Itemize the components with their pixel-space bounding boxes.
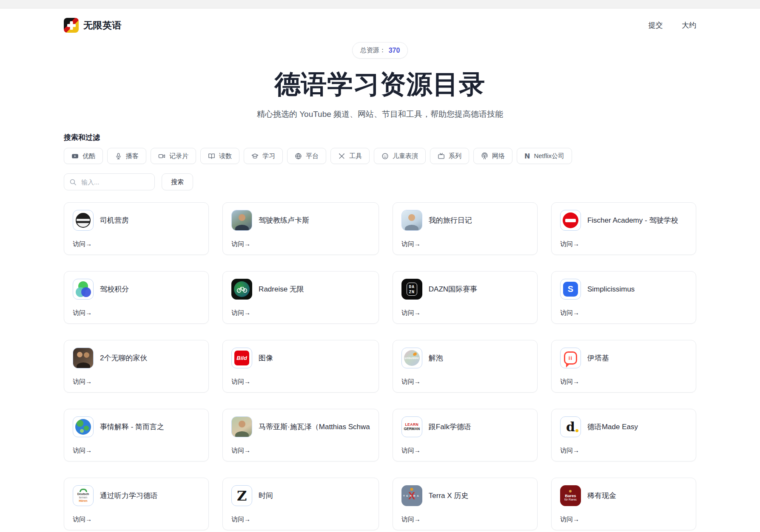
resource-card: Fischer Academy - 驾驶学校 访问→ <box>551 202 696 255</box>
visit-link[interactable]: 访问→ <box>231 309 250 317</box>
visit-link[interactable]: 访问→ <box>231 515 250 524</box>
filter-chips: 优酷 播客 记录片 读数 学习 平台 工具 儿童表演 系列 网络 N Netfl… <box>64 148 696 164</box>
resource-title: Terra X 历史 <box>429 491 469 501</box>
filter-chip-reading[interactable]: 读数 <box>200 148 239 164</box>
broadcast-icon <box>481 153 488 160</box>
filter-chip-netflix[interactable]: N Netflix公司 <box>517 148 572 164</box>
brand-name: 无限英语 <box>83 19 122 32</box>
unbubble-icon: unbubble <box>401 348 422 368</box>
filter-chip-youtube[interactable]: 优酷 <box>64 148 103 164</box>
visit-link[interactable]: 访问→ <box>231 378 250 386</box>
resource-card: 我的旅行日记 访问→ <box>393 202 538 255</box>
filter-chip-label: 儿童表演 <box>393 152 418 160</box>
tv-icon <box>438 153 445 160</box>
total-resources-badge: 总资源： 370 <box>352 42 408 59</box>
globe-icon <box>295 153 302 160</box>
resource-card: DAZN DAZN国际赛事 访问→ <box>393 271 538 324</box>
filter-chip-label: 网络 <box>492 152 505 160</box>
resource-card: 驾校积分 访问→ <box>64 271 209 324</box>
portrait-photo-2-icon <box>401 210 422 231</box>
filter-chip-kids[interactable]: 儿童表演 <box>374 148 426 164</box>
browser-top-strip <box>0 0 760 8</box>
filter-chip-label: 工具 <box>349 152 362 160</box>
filter-chip-series[interactable]: 系列 <box>430 148 469 164</box>
portrait-photo-3-icon <box>231 416 252 437</box>
resource-title: 时间 <box>259 491 273 501</box>
visit-link[interactable]: 访问→ <box>401 515 421 524</box>
nav-about-link[interactable]: 大约 <box>682 21 696 29</box>
resource-card: Bild 图像 访问→ <box>222 340 379 393</box>
smiley-icon <box>381 153 389 160</box>
filter-chip-platform[interactable]: 平台 <box>287 148 326 164</box>
zeit-z-icon: Z <box>231 485 252 506</box>
resource-card: TERRAX Terra X 历史 访问→ <box>393 478 538 530</box>
visit-link[interactable]: 访问→ <box>73 447 92 455</box>
resource-card: 司机营房 访问→ <box>64 202 209 255</box>
book-icon <box>208 153 215 160</box>
visit-link[interactable]: 访问→ <box>401 447 421 455</box>
visit-link[interactable]: 访问→ <box>73 240 92 248</box>
visit-link[interactable]: 访问→ <box>560 515 579 524</box>
visit-link[interactable]: 访问→ <box>231 240 250 248</box>
resource-title: Fischer Academy - 驾驶学校 <box>587 215 678 225</box>
learn-german-text-icon: LEARNGERMAN <box>401 416 422 437</box>
resource-title: 解泡 <box>429 353 443 363</box>
resource-title: 通过听力学习德语 <box>100 491 158 501</box>
visit-link[interactable]: 访问→ <box>231 447 250 455</box>
app-header: 无限英语 提交 大约 <box>64 8 696 36</box>
resource-title: 我的旅行日记 <box>429 215 472 225</box>
search-input[interactable] <box>80 178 149 186</box>
resource-title: Simplicissimus <box>587 285 635 294</box>
resource-card: S Simplicissimus 访问→ <box>551 271 696 324</box>
filter-chip-label: Netflix公司 <box>534 152 564 160</box>
resource-title: 驾校积分 <box>100 284 129 294</box>
filter-chip-label: 平台 <box>306 152 319 160</box>
brand-flag-logo-icon <box>64 18 79 33</box>
nav-submit-link[interactable]: 提交 <box>649 21 663 29</box>
resource-title: 图像 <box>259 353 273 363</box>
filter-chip-documentary[interactable]: 记录片 <box>151 148 196 164</box>
filters-heading: 搜索和过滤 <box>64 133 696 142</box>
youtube-icon <box>71 153 79 160</box>
search-button[interactable]: 搜索 <box>162 173 193 190</box>
brand[interactable]: 无限英语 <box>64 18 122 33</box>
visit-link[interactable]: 访问→ <box>73 378 92 386</box>
visit-link[interactable]: 访问→ <box>560 447 579 455</box>
filters-section: 搜索和过滤 优酷 播客 记录片 读数 学习 平台 工具 儿童表演 系列 网络 N… <box>64 133 696 190</box>
color-circles-icon <box>73 279 94 300</box>
visit-link[interactable]: 访问→ <box>401 309 421 317</box>
visit-link[interactable]: 访问→ <box>73 515 92 524</box>
visit-link[interactable]: 访问→ <box>560 378 579 386</box>
search-box[interactable] <box>64 173 155 190</box>
main-nav: 提交 大约 <box>632 20 696 30</box>
page-title: 德语学习资源目录 <box>64 67 696 102</box>
search-row: 搜索 <box>64 173 696 190</box>
visit-link[interactable]: 访问→ <box>73 309 92 317</box>
filter-chip-label: 优酷 <box>83 152 95 160</box>
filter-chip-tools[interactable]: 工具 <box>330 148 370 164</box>
d-letter-icon: d <box>560 416 581 437</box>
resources-grid: 司机营房 访问→ 驾驶教练卢卡斯 访问→ 我的旅行日记 访问→ Fischer … <box>64 202 696 532</box>
badge-label: 总资源： <box>360 46 386 54</box>
resource-card: DeutschlernenHören 通过听力学习德语 访问→ <box>64 478 209 530</box>
radreise-bike-icon <box>231 279 252 300</box>
filter-chip-label: 系列 <box>449 152 461 160</box>
visit-link[interactable]: 访问→ <box>560 240 579 248</box>
deutsch-hoeren-icon: DeutschlernenHören <box>73 485 94 506</box>
resource-card: ii 伊塔基 访问→ <box>551 340 696 393</box>
visit-link[interactable]: 访问→ <box>401 378 421 386</box>
resource-card: Baresfür Rares 稀有现金 访问→ <box>551 478 696 530</box>
filter-chip-podcast[interactable]: 播客 <box>107 148 146 164</box>
filter-chip-label: 播客 <box>126 152 139 160</box>
video-camera-icon <box>158 153 165 160</box>
filter-chip-learning[interactable]: 学习 <box>244 148 283 164</box>
filter-chip-label: 读数 <box>219 152 232 160</box>
visit-link[interactable]: 访问→ <box>401 240 421 248</box>
filter-chip-network[interactable]: 网络 <box>473 148 512 164</box>
visit-link[interactable]: 访问→ <box>560 309 579 317</box>
bild-icon: Bild <box>231 348 252 368</box>
terra-x-icon: TERRAX <box>401 485 422 506</box>
resource-title: Radreise 无限 <box>259 284 304 294</box>
hero-section: 总资源： 370 德语学习资源目录 精心挑选的 YouTube 频道、网站、节目… <box>64 42 696 120</box>
resource-title: DAZN国际赛事 <box>429 284 477 294</box>
